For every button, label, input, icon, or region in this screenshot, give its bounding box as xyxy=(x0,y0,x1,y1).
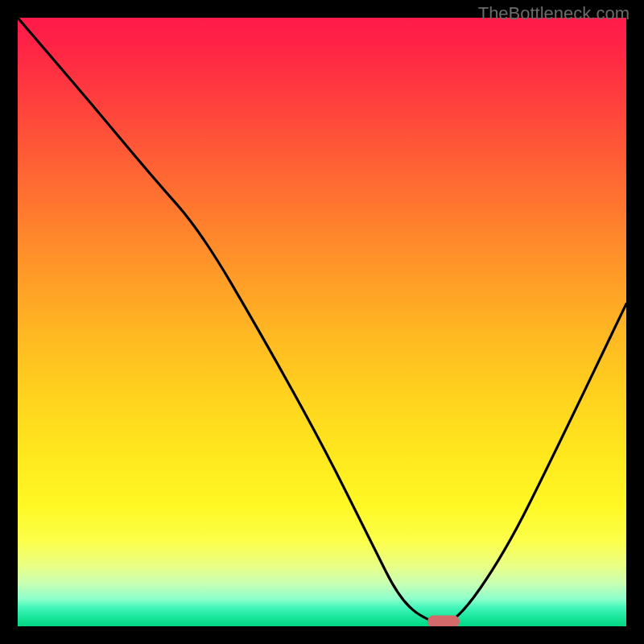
plot-area xyxy=(18,18,626,626)
bottleneck-curve xyxy=(18,18,626,626)
watermark-text: TheBottleneck.com xyxy=(478,3,630,24)
optimal-marker xyxy=(427,615,460,626)
